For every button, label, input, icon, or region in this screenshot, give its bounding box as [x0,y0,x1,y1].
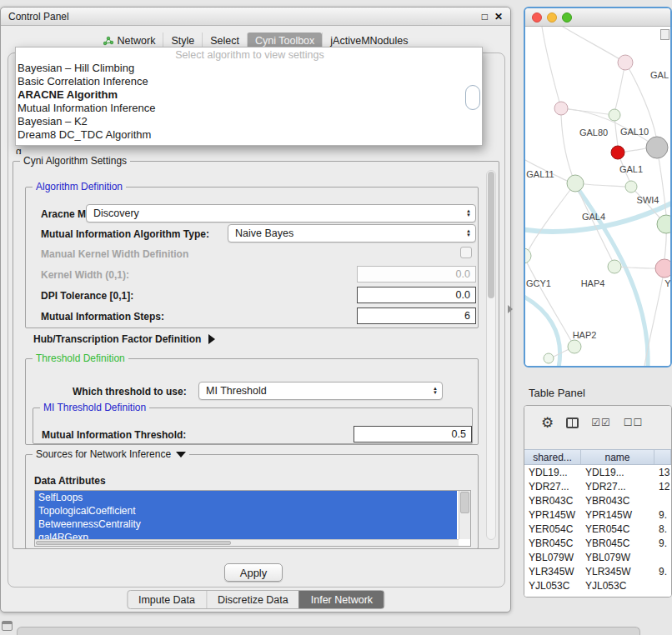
list-vertical-scrollbar[interactable] [459,491,470,539]
cell[interactable]: YDL19... [581,467,654,478]
network-edge[interactable] [644,268,664,366]
column-header[interactable]: shared... [524,450,581,464]
scrollbar-thumb[interactable] [488,172,494,298]
dropdown-option[interactable]: Bayesian – Hill Climbing [16,62,482,75]
network-node[interactable] [525,248,531,263]
float-window-icon[interactable]: □ [482,11,488,22]
table-row[interactable]: YBR043CYBR043C [524,493,671,508]
cell[interactable]: YBL079W [581,552,654,563]
table-row[interactable]: YLR345WYLR345W9. [524,564,671,578]
network-node[interactable] [544,353,554,363]
apply-button[interactable]: Apply [224,563,283,582]
network-canvas[interactable]: GALGAL80GAL10GAL11GAL1SWI4GAL4GCY1HAP4YH… [525,27,670,366]
mi-steps-field[interactable]: 6 [357,308,476,324]
column-header[interactable]: name [581,450,654,464]
cell[interactable]: YLR345W [524,566,581,578]
settings-scrollbar[interactable] [486,170,496,540]
network-edge[interactable] [575,183,612,260]
close-traffic-light[interactable] [532,12,542,22]
kernel-width-field[interactable]: 0.0 [357,266,476,282]
list-item[interactable]: BetweennessCentrality [35,518,457,531]
mi-threshold-field[interactable]: 0.5 [354,426,472,442]
dpi-tolerance-field[interactable]: 0.0 [357,287,476,303]
network-node[interactable] [618,55,633,70]
table-row[interactable]: YDR27...YDR27...12 [524,479,671,493]
dropdown-option[interactable]: Basic Correlation Inference [16,75,482,88]
network-node[interactable] [567,175,584,192]
splitter-arrow[interactable] [508,305,513,313]
which-threshold-select[interactable]: MI Threshold [198,382,443,400]
cell[interactable]: YER054C [524,523,581,535]
checked-columns-icon[interactable]: ☑☑ [591,417,611,428]
scrollbar-thumb[interactable] [460,492,469,513]
mi-algorithm-type-select[interactable]: Naive Bayes [228,224,476,242]
tab-impute-data[interactable]: Impute Data [128,591,206,608]
network-node[interactable] [609,109,620,121]
minimize-traffic-light[interactable] [547,12,557,22]
table-row[interactable]: YPR145WYPR145W9. [524,508,671,522]
cell[interactable]: YJL053C [524,580,581,592]
network-node[interactable] [608,260,621,273]
cell[interactable]: YBL079W [524,552,581,563]
manual-kernel-width-checkbox[interactable] [460,247,472,258]
network-edge[interactable] [563,27,625,62]
list-item[interactable]: TopologicalCoefficient [35,504,457,518]
sources-expander[interactable]: Sources for Network Inference [33,448,189,460]
dropdown-option[interactable]: Bayesian – K2 [16,115,482,128]
cell[interactable]: YBR043C [581,495,654,507]
close-icon[interactable]: ✕ [494,11,503,22]
list-item[interactable]: SelfLoops [35,491,457,504]
tab-infer-network[interactable]: Infer Network [299,591,384,608]
cell[interactable]: 9. [654,538,671,549]
cell[interactable]: YDL19... [524,467,581,478]
popup-scrollbar-thumb[interactable] [465,85,480,110]
network-edge[interactable] [525,256,571,341]
network-edge[interactable] [542,27,561,108]
cell[interactable]: YER054C [581,523,654,535]
network-edge[interactable] [525,295,560,366]
table-row[interactable]: YBL079WYBL079W [524,550,671,564]
table-row[interactable]: YER054CYER054C8. [524,522,671,536]
cell[interactable]: YPR145W [581,509,654,521]
table-row[interactable]: YDL19...YDL19...13 [524,465,671,479]
network-node[interactable] [568,340,581,353]
cell[interactable]: YLR345W [581,566,654,578]
network-node[interactable] [646,137,668,158]
cell[interactable]: 8. [654,523,671,535]
dropdown-option[interactable]: Mutual Information Inference [16,102,482,115]
cell[interactable]: 9. [654,509,671,521]
aracne-mode-select[interactable]: Discovery [86,204,476,222]
dropdown-option-selected[interactable]: ARACNE Algorithm [16,88,482,102]
cell[interactable]: YDR27... [581,481,654,492]
gear-icon[interactable]: ⚙ [541,416,554,430]
cell[interactable]: YDR27... [524,481,581,492]
scrollbar-thumb[interactable] [36,541,231,545]
cell[interactable]: 12 [654,481,671,492]
network-node[interactable] [657,215,670,233]
cell[interactable]: YBR045C [581,538,654,549]
canvas-scroll-widget[interactable] [660,29,669,40]
network-node[interactable] [625,181,637,192]
cell[interactable]: 9. [654,566,671,578]
table-row[interactable]: YJL053CYJL053C [524,578,671,592]
network-node[interactable] [655,259,670,278]
network-edge[interactable] [561,115,575,183]
cell[interactable]: YBR045C [524,538,581,549]
column-header[interactable] [654,450,671,464]
network-edge[interactable] [529,183,575,250]
columns-icon[interactable] [566,418,579,428]
cell[interactable]: YPR145W [524,509,581,521]
network-node[interactable] [611,146,624,159]
list-horizontal-scrollbar[interactable] [35,539,459,546]
dropdown-option[interactable]: Dream8 DC_TDC Algorithm [16,128,482,142]
zoom-traffic-light[interactable] [562,12,572,22]
table-row[interactable]: YBR045CYBR045C9. [524,536,671,550]
network-window-titlebar[interactable] [525,8,670,27]
mini-window-icon[interactable] [2,621,13,631]
unchecked-columns-icon[interactable]: ☐☐ [624,417,644,428]
hub-transcription-factor-expander[interactable]: Hub/Transcription Factor Definition [33,333,215,345]
cell[interactable]: YJL053C [581,580,654,592]
cell[interactable]: YBR043C [524,495,581,507]
network-node[interactable] [554,102,568,115]
cell[interactable]: 13 [654,467,671,478]
